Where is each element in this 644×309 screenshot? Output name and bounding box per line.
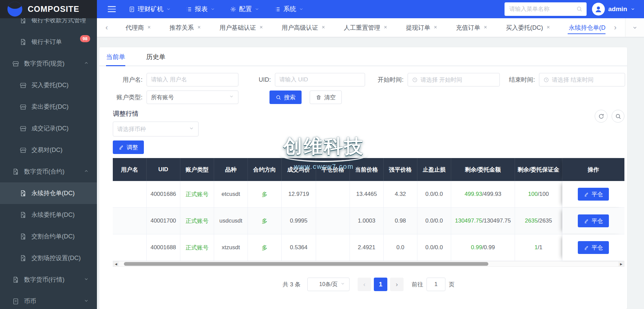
adjust-button-label: 调整 xyxy=(127,144,138,151)
close-position-button[interactable]: 平仓 xyxy=(578,188,609,201)
scrollbar-thumb[interactable] xyxy=(124,262,489,266)
close-tab-icon[interactable] xyxy=(197,24,201,31)
sidebar-item-12[interactable]: 数字货币(行情) xyxy=(0,269,97,290)
cell-close_price xyxy=(316,234,350,261)
sidebar-item-label: 卖出委托(DC) xyxy=(31,103,90,111)
sidebar-item-6[interactable]: 交易对(DC) xyxy=(0,139,97,161)
sidebar-item-3[interactable]: 买入委托(DC) xyxy=(0,74,97,96)
adjust-button[interactable]: 调整 xyxy=(113,140,144,154)
sidebar-item-label: 成交记录(DC) xyxy=(31,124,90,132)
order-tab-1[interactable]: 历史单 xyxy=(146,51,165,66)
uid-input[interactable] xyxy=(279,76,361,83)
cell-amount: 130497.75/130497.75 xyxy=(451,208,515,234)
close-tab-icon[interactable] xyxy=(259,24,263,31)
sidebar-item-9[interactable]: 永续委托单(DC) xyxy=(0,204,97,226)
sidebar-item-10[interactable]: 交割合约单(DC) xyxy=(0,226,97,247)
open-tab-4[interactable]: 人工重置管理 xyxy=(335,18,397,37)
hamburger-menu-icon[interactable] xyxy=(108,6,116,12)
open-tab-7[interactable]: 买入委托(DC) xyxy=(497,18,560,37)
column-header: 剩余/委托保证金 xyxy=(515,158,562,181)
nav-menu-3[interactable]: 系统 xyxy=(274,5,304,14)
sqlfile-icon xyxy=(20,233,27,240)
sidebar-item-2[interactable]: 数字货币(现货) xyxy=(0,53,97,74)
table-row: 40001686正式账号etcusdt多12.971913.44654.320.… xyxy=(113,181,624,208)
scrollbar-track[interactable] xyxy=(119,261,618,266)
cell-current_price: 1.0003 xyxy=(350,208,384,234)
cell-direction: 多 xyxy=(248,234,282,261)
cell-actions: 平仓 xyxy=(562,181,624,207)
start-time-field[interactable]: 请选择 开始时间 xyxy=(408,73,500,86)
shop-icon xyxy=(20,103,27,110)
search-icon xyxy=(276,95,281,100)
open-tab-5[interactable]: 提现订单 xyxy=(397,18,447,37)
nav-menu-1[interactable]: 报表 xyxy=(186,5,215,14)
close-tab-icon[interactable] xyxy=(546,24,550,31)
chevron-down-icon xyxy=(630,7,635,11)
sidebar-item-7[interactable]: 数字货币(合约) xyxy=(0,161,97,182)
column-header: 当前价格 xyxy=(350,158,384,181)
sidebar-item-5[interactable]: 成交记录(DC) xyxy=(0,118,97,139)
open-tab-2[interactable]: 用户基础认证 xyxy=(210,18,273,37)
open-tab-8[interactable]: 永续持仓单(DC) xyxy=(560,18,606,37)
column-header: 账户类型 xyxy=(180,158,214,181)
search-toggle-button[interactable] xyxy=(612,110,624,123)
page-tabs-bar: ‹ 代理商推荐关系用户基础认证用户高级认证人工重置管理提现订单充值订单买入委托(… xyxy=(97,18,644,37)
sidebar-item-4[interactable]: 卖出委托(DC) xyxy=(0,96,97,118)
open-tab-3[interactable]: 用户高级认证 xyxy=(273,18,335,37)
user-menu[interactable]: admin xyxy=(592,3,635,16)
username-label: 用户名: xyxy=(113,76,147,84)
menu-search-input[interactable] xyxy=(505,2,587,16)
refresh-button[interactable] xyxy=(595,110,608,123)
username-input[interactable] xyxy=(151,76,234,83)
search-icon xyxy=(576,6,583,12)
account-type-select[interactable]: 所有账号 xyxy=(147,91,238,104)
close-tab-icon[interactable] xyxy=(321,24,326,31)
tab-label: 推荐关系 xyxy=(170,24,194,32)
scroll-right-arrow[interactable]: ▶ xyxy=(618,261,624,266)
order-tabs: 当前单历史单 xyxy=(99,51,627,66)
tabs-options-button[interactable] xyxy=(625,18,644,37)
sidebar-item-0[interactable]: 银行卡收款方式管理 xyxy=(0,18,97,31)
sidebar-item-11[interactable]: 交割场控设置(DC) xyxy=(0,247,97,269)
open-tab-1[interactable]: 推荐关系 xyxy=(160,18,210,37)
sidebar-item-13[interactable]: 币币 xyxy=(0,290,97,309)
page-size-select[interactable]: 10条/页 xyxy=(307,278,350,291)
cell-liq_price: 4.32 xyxy=(384,181,417,207)
nav-menu-label: 系统 xyxy=(283,5,296,14)
goto-page-input[interactable] xyxy=(427,278,445,291)
coin-select[interactable]: 请选择币种 xyxy=(113,122,199,136)
close-tab-icon[interactable] xyxy=(433,24,438,31)
tabs-scroll-left-button[interactable]: ‹ xyxy=(97,18,117,37)
sidebar-item-8[interactable]: 永续持仓单(DC) xyxy=(0,182,97,204)
clear-button[interactable]: 清空 xyxy=(310,91,342,104)
end-time-field[interactable]: 请选择 结束时间 xyxy=(539,73,625,86)
column-header: 剩余/委托金额 xyxy=(451,158,515,181)
chevron-down-icon xyxy=(166,7,171,11)
close-position-button[interactable]: 平仓 xyxy=(578,214,609,227)
column-header: 平仓价格 xyxy=(316,158,350,181)
scroll-left-arrow[interactable]: ◀ xyxy=(113,261,119,266)
close-tab-icon[interactable] xyxy=(483,24,488,31)
tabs-scroll-right-button[interactable]: › xyxy=(606,18,625,37)
coin-select-placeholder: 请选择币种 xyxy=(117,125,146,133)
current-page-button[interactable]: 1 xyxy=(374,278,387,291)
order-tab-0[interactable]: 当前单 xyxy=(106,51,125,66)
search-button[interactable]: 搜索 xyxy=(269,91,302,104)
sidebar-item-1[interactable]: 银行卡订单98 xyxy=(0,31,97,53)
chevron-down-icon xyxy=(255,7,259,11)
open-tab-0[interactable]: 代理商 xyxy=(117,18,160,37)
nav-menu-0[interactable]: 理财矿机 xyxy=(129,5,171,14)
cell-avg_price: 12.9719 xyxy=(282,181,316,207)
open-tab-6[interactable]: 充值订单 xyxy=(447,18,497,37)
nav-menu-2[interactable]: 配置 xyxy=(230,5,259,14)
sidebar-item-label: 币币 xyxy=(24,297,90,305)
next-page-button[interactable]: › xyxy=(390,278,404,291)
close-position-button[interactable]: 平仓 xyxy=(578,241,609,254)
crescent-logo-icon xyxy=(7,2,22,17)
cell-uid: 40001688 xyxy=(147,234,180,261)
close-tab-icon[interactable] xyxy=(383,24,388,31)
close-tab-icon[interactable] xyxy=(147,24,151,31)
sidebar-item-label: 银行卡收款方式管理 xyxy=(31,18,90,24)
prev-page-button[interactable]: ‹ xyxy=(358,278,371,291)
cell-direction: 多 xyxy=(248,208,282,234)
